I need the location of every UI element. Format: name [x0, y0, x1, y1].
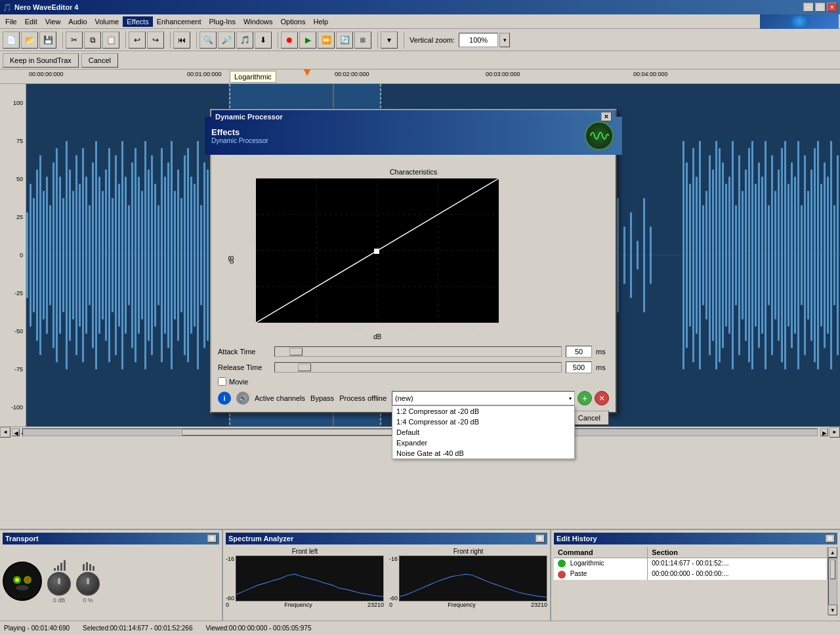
redo-button[interactable]: ↪: [147, 31, 164, 49]
open-button[interactable]: 📂: [21, 31, 38, 49]
menu-edit[interactable]: Edit: [21, 16, 41, 27]
close-button[interactable]: ✕: [827, 3, 837, 12]
graph-x-label: dB: [256, 333, 499, 340]
attack-time-thumb[interactable]: [289, 348, 303, 356]
transport-title-bar: Transport ✕: [3, 533, 219, 544]
menu-volume[interactable]: Volume: [91, 16, 123, 27]
menu-windows[interactable]: Windows: [240, 16, 277, 27]
history-scroll-up[interactable]: ▲: [828, 547, 837, 558]
preset-option-1[interactable]: 1:4 Compressor at -20 dB: [392, 417, 574, 427]
menu-enhancement[interactable]: Enhancement: [153, 16, 205, 27]
preset-option-2[interactable]: Default: [392, 427, 574, 438]
zoom-label: Vertical zoom:: [407, 36, 457, 44]
preset-option-4[interactable]: Noise Gate at -40 dB: [392, 448, 574, 459]
release-time-value[interactable]: 500: [566, 361, 592, 373]
pitch-bars-icon: [81, 559, 94, 572]
save-button[interactable]: 💾: [39, 31, 56, 49]
spectrum-left-label: Front left: [226, 547, 384, 556]
play-loop-button[interactable]: ⏩: [318, 31, 335, 49]
svg-point-236: [26, 578, 30, 582]
modal-bottom-controls: i 🔊 Active channels Bypass Process offli…: [218, 391, 609, 405]
zoom-out-button[interactable]: 🔎: [218, 31, 235, 49]
copy-button[interactable]: ⧉: [84, 31, 101, 49]
preset-option-0[interactable]: 1:2 Compressor at -20 dB: [392, 406, 574, 417]
movie-checkbox[interactable]: [218, 377, 226, 386]
zoom-dropdown[interactable]: ▾: [499, 33, 510, 47]
modal-overlay: Dynamic Processor ✕ Effects Dynamic Proc…: [0, 70, 840, 437]
menu-options[interactable]: Options: [277, 16, 310, 27]
menu-help[interactable]: Help: [309, 16, 332, 27]
history-scroll-thumb[interactable]: [830, 560, 835, 579]
effects-icon: [585, 121, 614, 150]
release-time-thumb[interactable]: [298, 363, 311, 371]
undo-button[interactable]: ↩: [129, 31, 146, 49]
spec-right-freq-max: 23210: [531, 602, 547, 608]
menu-file[interactable]: File: [1, 16, 21, 27]
svg-rect-239: [57, 565, 59, 571]
y-tick-n15: -15: [238, 195, 255, 202]
attack-time-row: Attack Time 50 ms: [218, 346, 609, 358]
svg-point-232: [4, 563, 41, 600]
status-bar: Playing - 00:01:40:690 Selected:00:01:14…: [0, 621, 840, 635]
history-cell-command-1: Paste: [554, 569, 648, 579]
history-cell-section-0: 00:01:14:677 - 00:01:52:...: [648, 558, 827, 569]
stop-button[interactable]: ⏹: [354, 31, 371, 49]
spectrum-close-button[interactable]: ✕: [536, 535, 545, 543]
attack-time-slider[interactable]: [274, 346, 562, 357]
graph-area: -15 -40 -65 -90: [238, 178, 499, 340]
modal-cancel-button[interactable]: Cancel: [570, 411, 609, 425]
zoom-fit-button[interactable]: 🎵: [236, 31, 253, 49]
speaker-button[interactable]: 🔊: [236, 392, 249, 405]
characteristics-graph: [256, 178, 499, 323]
attack-time-value[interactable]: 50: [566, 346, 592, 358]
menu-audio[interactable]: Audio: [64, 16, 91, 27]
spectrum-panel: Spectrum Analyzer ✕ Front left -16 -60: [223, 530, 551, 621]
play-button[interactable]: ▶: [299, 31, 316, 49]
effects-header: Effects Dynamic Processor: [205, 117, 622, 155]
spectrum-right-channel: Front right -16 -60 0 Frequen: [389, 547, 547, 615]
history-row-1[interactable]: Paste 00:00:00:000 - 00:00:00:...: [554, 569, 828, 579]
volume-label: 0 dB: [53, 597, 66, 604]
preset-dropdown-list: 1:2 Compressor at -20 dB 1:4 Compressor …: [392, 405, 575, 459]
preset-option-3[interactable]: Expander: [392, 438, 574, 448]
history-row-0[interactable]: Logarithmic 00:01:14:677 - 00:01:52:...: [554, 558, 828, 569]
release-time-slider[interactable]: [274, 362, 562, 373]
effects-icon-area: [583, 119, 616, 152]
spectrum-left-chart: [236, 556, 384, 602]
secondary-toolbar: Keep in SoundTrax Cancel: [0, 51, 840, 70]
menu-view[interactable]: View: [41, 16, 65, 27]
transport-close-button[interactable]: ✕: [207, 535, 217, 543]
history-col-command: Command: [554, 547, 648, 558]
spec-right-freq-min: 0: [389, 602, 392, 608]
goto-start-button[interactable]: ⏮: [173, 31, 190, 49]
spec-right-y-n60: -60: [389, 595, 398, 602]
x-tick-n65: -65: [354, 325, 363, 332]
keep-soundtrax-button[interactable]: Keep in SoundTrax: [3, 53, 79, 68]
minimize-button[interactable]: ─: [803, 3, 814, 12]
history-scroll-track[interactable]: [828, 558, 837, 605]
graph-y-ticks: -15 -40 -65 -90: [238, 178, 256, 340]
cancel-toolbar-button[interactable]: Cancel: [81, 53, 118, 68]
history-scroll-down[interactable]: ▼: [828, 605, 837, 615]
menu-effects[interactable]: Effects: [123, 16, 152, 27]
volume-knob[interactable]: [47, 572, 71, 596]
zoom-in-button[interactable]: 🔍: [200, 31, 217, 49]
history-close-button[interactable]: ✕: [826, 535, 835, 543]
x-tick-n40: -40: [410, 325, 419, 332]
play-sel-button[interactable]: 🔄: [336, 31, 353, 49]
extra-button[interactable]: ▾: [381, 31, 398, 49]
paste-button[interactable]: 📋: [102, 31, 119, 49]
preset-add-button[interactable]: +: [578, 391, 592, 405]
pitch-knob[interactable]: [76, 572, 100, 596]
new-button[interactable]: 📄: [3, 31, 20, 49]
zoom-down-button[interactable]: ⬇: [255, 31, 272, 49]
cut-button[interactable]: ✂: [66, 31, 83, 49]
record-button[interactable]: ⏺: [281, 31, 298, 49]
preset-dropdown[interactable]: (new) ▾: [392, 391, 575, 405]
info-button[interactable]: i: [218, 392, 231, 405]
transport-title: Transport: [5, 535, 39, 543]
menu-plugins[interactable]: Plug-Ins: [205, 16, 240, 27]
preset-delete-button[interactable]: ×: [595, 391, 609, 405]
maximize-button[interactable]: □: [815, 3, 826, 12]
spectrum-left-channel: Front left -16 -60 0 Frequenc: [226, 547, 384, 615]
